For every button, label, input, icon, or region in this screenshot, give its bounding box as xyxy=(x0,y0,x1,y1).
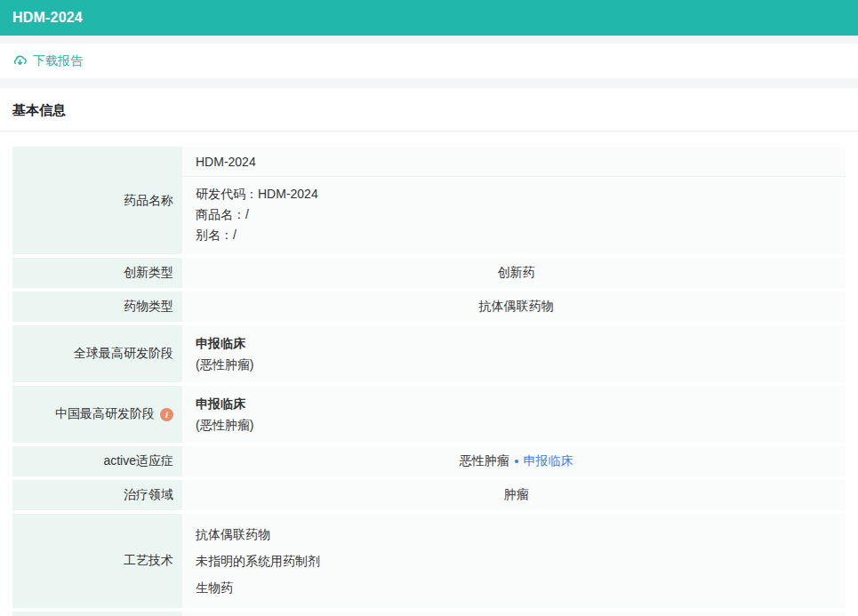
info-row-drug-type: 药物类型 抗体偶联药物 xyxy=(12,292,846,322)
bullet-separator: • xyxy=(515,454,519,468)
active-indication-value: 恶性肿瘤 • 申报临床 xyxy=(182,446,846,476)
indication-stage-link[interactable]: 申报临床 xyxy=(523,453,573,469)
active-indication-label: active适应症 xyxy=(12,446,182,476)
alias: 别名：/ xyxy=(196,225,832,245)
global-stage-name: 申报临床 xyxy=(196,332,837,354)
atc-label: ATC分类 xyxy=(12,612,182,616)
download-report-label: 下载报告 xyxy=(33,53,83,69)
trade-name: 商品名：/ xyxy=(196,204,832,225)
info-row-china-stage: 中国最高研发阶段 i 申报临床 (恶性肿瘤) xyxy=(12,386,846,443)
info-row-technology: 工艺技术 抗体偶联药物 未指明的系统用药制剂 生物药 xyxy=(12,514,846,608)
info-row-global-stage: 全球最高研发阶段 申报临床 (恶性肿瘤) xyxy=(12,325,846,382)
app-header: HDM-2024 xyxy=(0,0,858,36)
page-title: HDM-2024 xyxy=(12,10,83,26)
drug-name-label: 药品名称 xyxy=(12,147,182,254)
global-stage-label: 全球最高研发阶段 xyxy=(12,325,182,382)
info-row-active-indication: active适应症 恶性肿瘤 • 申报临床 xyxy=(12,446,846,476)
info-row-atc: ATC分类 抗肿瘤药物和免疫机能调节药物>抗肿瘤药>单克隆抗体和抗体药物偶联物>… xyxy=(12,612,846,616)
technology-value: 抗体偶联药物 未指明的系统用药制剂 生物药 xyxy=(182,514,846,608)
global-stage-value: 申报临床 (恶性肿瘤) xyxy=(182,325,846,382)
technology-item: 生物药 xyxy=(196,574,837,601)
cloud-download-icon xyxy=(12,53,28,68)
info-row-drug-name: 药品名称 HDM-2024 研发代码：HDM-2024 商品名：/ 别名：/ xyxy=(12,147,846,254)
therapy-area-label: 治疗领域 xyxy=(12,480,182,510)
china-stage-name: 申报临床 xyxy=(196,393,837,414)
drug-type-label: 药物类型 xyxy=(12,292,182,322)
drug-name-value: HDM-2024 研发代码：HDM-2024 商品名：/ 别名：/ xyxy=(182,147,846,254)
therapy-area-value: 肿瘤 xyxy=(182,480,846,510)
drug-name-details: 研发代码：HDM-2024 商品名：/ 别名：/ xyxy=(182,177,846,254)
innovation-type-value: 创新药 xyxy=(182,258,846,288)
info-circle-icon[interactable]: i xyxy=(160,408,173,421)
rd-code: 研发代码：HDM-2024 xyxy=(196,184,832,204)
technology-label: 工艺技术 xyxy=(12,514,182,608)
download-report-link[interactable]: 下载报告 xyxy=(12,53,83,69)
drug-type-value: 抗体偶联药物 xyxy=(182,292,846,322)
basic-info-panel: 基本信息 药品名称 HDM-2024 研发代码：HDM-2024 商品名：/ 别… xyxy=(0,88,858,616)
info-row-therapy-area: 治疗领域 肿瘤 xyxy=(12,480,846,510)
drug-name: HDM-2024 xyxy=(182,147,846,177)
china-stage-label: 中国最高研发阶段 xyxy=(55,406,155,422)
china-stage-value: 申报临床 (恶性肿瘤) xyxy=(182,386,846,443)
technology-item: 未指明的系统用药制剂 xyxy=(196,548,837,574)
section-title: 基本信息 xyxy=(0,102,858,131)
toolbar: 下载报告 xyxy=(0,44,858,78)
china-stage-label-cell: 中国最高研发阶段 i xyxy=(12,386,182,443)
technology-item: 抗体偶联药物 xyxy=(196,521,837,548)
global-stage-indication: (恶性肿瘤) xyxy=(196,354,837,375)
china-stage-indication: (恶性肿瘤) xyxy=(196,414,837,436)
indication-name: 恶性肿瘤 xyxy=(460,453,509,469)
atc-value: 抗肿瘤药物和免疫机能调节药物>抗肿瘤药>单克隆抗体和抗体药物偶联物>其他单克隆抗… xyxy=(182,612,846,616)
innovation-type-label: 创新类型 xyxy=(12,258,182,288)
info-row-innovation-type: 创新类型 创新药 xyxy=(12,258,846,288)
basic-info-table: 药品名称 HDM-2024 研发代码：HDM-2024 商品名：/ 别名：/ 创… xyxy=(0,132,858,616)
